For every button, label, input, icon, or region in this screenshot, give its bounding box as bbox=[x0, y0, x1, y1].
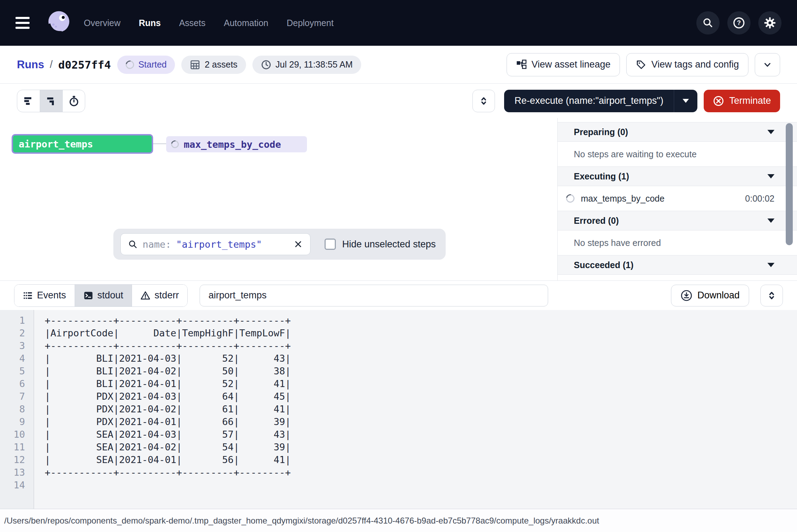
line-number: 10 bbox=[0, 428, 33, 441]
executing-step-row[interactable]: max_temps_by_code 0:00:02 bbox=[558, 186, 797, 211]
run-actions-menu-button[interactable] bbox=[755, 53, 780, 76]
reexecute-button[interactable]: Re-execute (name:"airport_temps") bbox=[504, 90, 698, 112]
collapse-triangle-icon bbox=[767, 130, 774, 134]
preparing-empty-text: No steps are waiting to execute bbox=[558, 142, 797, 166]
line-number: 13 bbox=[0, 466, 33, 479]
help-button[interactable]: ? bbox=[727, 11, 751, 34]
hamburger-menu-button[interactable] bbox=[15, 12, 37, 33]
step-filter-bar: name:"airport_temps" Hide unselected ste… bbox=[113, 229, 446, 260]
tab-stdout[interactable]: stdout bbox=[75, 285, 132, 306]
nav-item-overview[interactable]: Overview bbox=[84, 18, 120, 28]
log-line: 3+-----------+----------+---------+-----… bbox=[0, 340, 797, 352]
view-tags-and-config-button[interactable]: View tags and config bbox=[626, 53, 748, 76]
log-text: +-----------+----------+---------+------… bbox=[33, 340, 291, 352]
section-executing-header[interactable]: Executing (1) bbox=[558, 166, 797, 186]
lineage-icon bbox=[516, 59, 527, 70]
chevron-down-icon bbox=[763, 60, 772, 70]
log-text: | SEA|2021-04-03| 57| 43| bbox=[33, 428, 291, 441]
log-output[interactable]: 1+-----------+----------+---------+-----… bbox=[0, 310, 797, 509]
executing-spinner-icon bbox=[170, 139, 181, 150]
clock-icon bbox=[261, 59, 271, 70]
hide-unselected-label[interactable]: Hide unselected steps bbox=[342, 239, 436, 250]
assets-count-badge[interactable]: 2 assets bbox=[181, 56, 246, 74]
tab-events[interactable]: Events bbox=[14, 285, 75, 306]
log-text: | BLI|2021-04-03| 52| 43| bbox=[33, 352, 291, 365]
section-preparing-header[interactable]: Preparing (0) bbox=[558, 122, 797, 142]
events-list-icon bbox=[23, 291, 33, 300]
view-mode-timing-button[interactable] bbox=[62, 90, 85, 112]
svg-text:?: ? bbox=[737, 19, 741, 26]
section-errored-header[interactable]: Errored (0) bbox=[558, 211, 797, 230]
settings-button[interactable] bbox=[758, 11, 782, 34]
panel-scrollbar[interactable] bbox=[786, 123, 793, 245]
graph-node-airport-temps[interactable]: airport_temps bbox=[12, 134, 153, 154]
dagster-logo-icon[interactable] bbox=[45, 10, 72, 36]
line-number: 7 bbox=[0, 390, 33, 403]
view-asset-lineage-button[interactable]: View asset lineage bbox=[507, 53, 620, 76]
reexecute-dropdown-caret[interactable] bbox=[674, 99, 697, 103]
breadcrumb-separator: / bbox=[50, 59, 53, 70]
step-filter-input[interactable]: name:"airport_temps" bbox=[120, 233, 310, 255]
line-number: 3 bbox=[0, 340, 33, 352]
log-line: 1+-----------+----------+---------+-----… bbox=[0, 314, 797, 327]
log-line: 11| SEA|2021-04-02| 54| 39| bbox=[0, 441, 797, 454]
run-toolbar: Re-execute (name:"airport_temps") Termin… bbox=[0, 84, 797, 118]
log-line: 4| BLI|2021-04-03| 52| 43| bbox=[0, 352, 797, 365]
line-number: 4 bbox=[0, 352, 33, 365]
log-text: | PDX|2021-04-01| 66| 39| bbox=[33, 416, 291, 428]
expand-vertical-icon bbox=[766, 290, 777, 301]
nav-item-assets[interactable]: Assets bbox=[179, 18, 206, 28]
start-time-badge: Jul 29, 11:38:55 AM bbox=[252, 56, 361, 74]
zoom-fit-button[interactable] bbox=[472, 90, 495, 112]
nav-item-runs[interactable]: Runs bbox=[139, 18, 161, 28]
step-elapsed-time: 0:00:02 bbox=[745, 194, 774, 204]
line-number: 2 bbox=[0, 327, 33, 340]
view-mode-waterfall-button[interactable] bbox=[40, 90, 62, 112]
terminate-circle-x-icon bbox=[713, 95, 724, 107]
step-spinner-icon bbox=[564, 192, 576, 204]
log-text: |AirportCode| Date|TempHighF|TempLowF| bbox=[33, 327, 291, 340]
search-icon bbox=[702, 17, 714, 29]
tab-stderr[interactable]: stderr bbox=[132, 285, 187, 306]
hide-unselected-checkbox[interactable] bbox=[325, 239, 336, 250]
expand-logs-button[interactable] bbox=[760, 285, 783, 306]
graph-node-max-temps-by-code[interactable]: max_temps_by_code bbox=[166, 136, 307, 152]
breadcrumb-runs-link[interactable]: Runs bbox=[17, 58, 44, 71]
log-line: 2|AirportCode| Date|TempHighF|TempLowF| bbox=[0, 327, 797, 340]
dagster-run-page: Overview Runs Assets Automation Deployme… bbox=[0, 0, 797, 532]
log-text: | SEA|2021-04-01| 56| 41| bbox=[33, 454, 291, 466]
log-text: | PDX|2021-04-02| 61| 41| bbox=[33, 403, 291, 416]
nav-item-deployment[interactable]: Deployment bbox=[287, 18, 333, 28]
line-number: 11 bbox=[0, 441, 33, 454]
log-step-selector[interactable]: airport_temps bbox=[200, 285, 548, 306]
section-succeeded-header[interactable]: Succeeded (1) bbox=[558, 255, 797, 275]
log-text: | SEA|2021-04-02| 54| 39| bbox=[33, 441, 291, 454]
log-text: | BLI|2021-04-01| 52| 41| bbox=[33, 378, 291, 390]
run-header: Runs / d0257ff4 Started 2 assets Jul 29,… bbox=[0, 46, 797, 84]
graph-edge bbox=[153, 143, 166, 144]
log-text: | PDX|2021-04-03| 64| 45| bbox=[33, 390, 291, 403]
terminate-button[interactable]: Terminate bbox=[704, 90, 780, 112]
global-search-button[interactable] bbox=[696, 11, 720, 34]
log-line: 8| PDX|2021-04-02| 61| 41| bbox=[0, 403, 797, 416]
line-number: 9 bbox=[0, 416, 33, 428]
log-line: 10| SEA|2021-04-03| 57| 43| bbox=[0, 428, 797, 441]
log-file-path: /Users/ben/repos/components_demo/spark-d… bbox=[4, 516, 599, 526]
collapse-triangle-icon bbox=[767, 263, 774, 267]
status-spinner-icon bbox=[124, 59, 136, 70]
line-number: 8 bbox=[0, 403, 33, 416]
log-line: 6| BLI|2021-04-01| 52| 41| bbox=[0, 378, 797, 390]
line-number: 1 bbox=[0, 314, 33, 327]
help-icon: ? bbox=[733, 17, 745, 29]
errored-empty-text: No steps have errored bbox=[558, 230, 797, 255]
log-lines: 1+-----------+----------+---------+-----… bbox=[0, 314, 797, 492]
log-line: 5| BLI|2021-04-02| 50| 38| bbox=[0, 365, 797, 378]
download-button[interactable]: Download bbox=[671, 285, 749, 306]
status-badge: Started bbox=[117, 56, 175, 74]
stopwatch-icon bbox=[68, 95, 80, 107]
gantt-flat-icon bbox=[23, 95, 34, 107]
nav-item-automation[interactable]: Automation bbox=[224, 18, 268, 28]
clear-filter-icon[interactable] bbox=[293, 239, 303, 249]
run-id: d0257ff4 bbox=[58, 58, 111, 71]
view-mode-flat-button[interactable] bbox=[17, 90, 40, 112]
